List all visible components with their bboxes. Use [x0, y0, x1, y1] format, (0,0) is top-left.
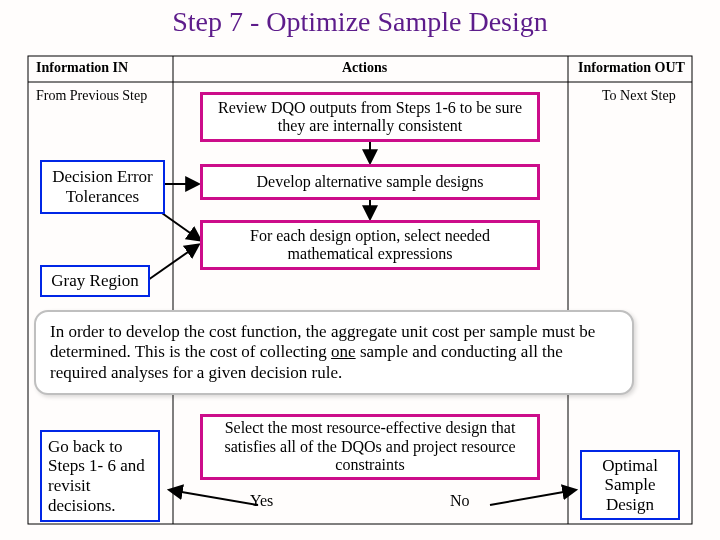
input-gray-region: Gray Region: [40, 265, 150, 297]
decision-no: No: [450, 492, 470, 510]
decision-yes: Yes: [250, 492, 273, 510]
tooltip-text-underline: one: [331, 342, 356, 361]
label-from-prev: From Previous Step: [36, 88, 147, 104]
label-to-next: To Next Step: [602, 88, 676, 104]
action-develop: Develop alternative sample designs: [200, 164, 540, 200]
svg-line-10: [490, 490, 575, 505]
action-select-math: For each design option, select needed ma…: [200, 220, 540, 270]
svg-line-8: [148, 245, 198, 280]
action-review: Review DQO outputs from Steps 1-6 to be …: [200, 92, 540, 142]
header-info-in: Information IN: [36, 60, 128, 76]
svg-line-9: [170, 490, 258, 505]
output-optimal: Optimal Sample Design: [580, 450, 680, 520]
input-revisit: Go back to Steps 1- 6 and revisit decisi…: [40, 430, 160, 522]
action-resource: Select the most resource-effective desig…: [200, 414, 540, 480]
header-info-out: Information OUT: [578, 60, 685, 76]
input-decision-error: Decision Error Tolerances: [40, 160, 165, 214]
tooltip-cost-function: In order to develop the cost function, t…: [34, 310, 634, 395]
page-title: Step 7 - Optimize Sample Design: [0, 6, 720, 38]
header-actions: Actions: [342, 60, 387, 76]
